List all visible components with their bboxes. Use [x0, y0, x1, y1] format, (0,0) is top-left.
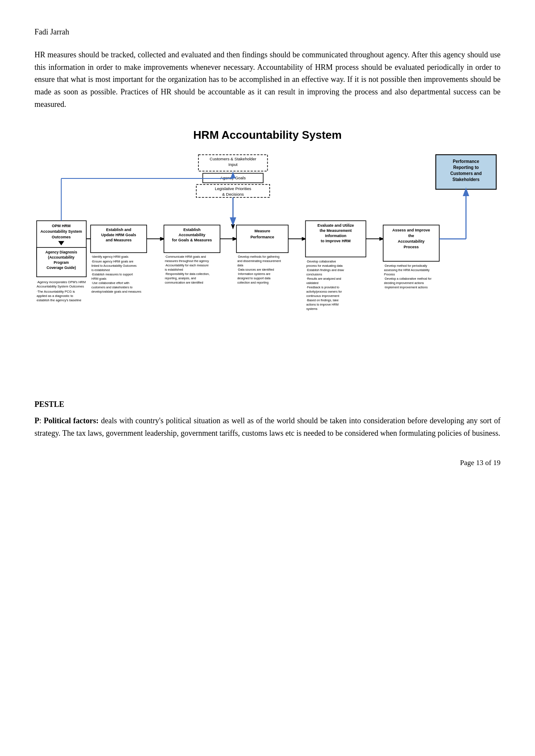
svg-text:Coverage Guide): Coverage Guide) — [47, 266, 76, 270]
svg-text:Establish: Establish — [183, 228, 200, 232]
svg-text:to Improve HRM: to Improve HRM — [321, 239, 350, 244]
svg-text:process for evaluating data: process for evaluating data — [307, 265, 343, 268]
svg-text:Update HRM Goals: Update HRM Goals — [101, 233, 136, 237]
svg-text:Evaluate and Utilize: Evaluate and Utilize — [317, 224, 354, 228]
svg-text:·Establish findings and draw: ·Establish findings and draw — [307, 269, 344, 272]
svg-text:·Identify agency HRM goals: ·Identify agency HRM goals — [91, 256, 128, 259]
svg-text:·Information systems are: ·Information systems are — [237, 273, 270, 276]
svg-text:communication are identified: communication are identified — [165, 281, 203, 284]
svg-text:Process: Process — [384, 273, 395, 276]
svg-text:(Accountability: (Accountability — [48, 256, 75, 260]
svg-text:Agency Diagnosis: Agency Diagnosis — [45, 250, 77, 255]
svg-text:Accountability System: Accountability System — [41, 230, 82, 234]
svg-text:and disseminating measurement: and disseminating measurement — [237, 260, 281, 263]
svg-text:measures throughout the agency: measures throughout the agency — [165, 260, 209, 263]
pestle-title: PESTLE — [34, 398, 501, 411]
svg-text:collection and reporting: collection and reporting — [237, 281, 268, 285]
svg-text:OPM HRM: OPM HRM — [52, 224, 71, 228]
svg-text:·Develop collaborative: ·Develop collaborative — [307, 260, 336, 264]
svg-text:Legislative Priorities: Legislative Priorities — [215, 186, 251, 191]
svg-text:Outcomes: Outcomes — [52, 235, 71, 240]
svg-text:develop/validate goals and mea: develop/validate goals and measures — [91, 291, 141, 294]
svg-text:Customers & Stakeholder: Customers & Stakeholder — [210, 156, 256, 161]
diagram-title: HRM Accountability System — [34, 126, 501, 144]
svg-text:Input: Input — [228, 162, 238, 167]
svg-text:Stakeholders: Stakeholders — [453, 177, 480, 182]
svg-text:is established: is established — [91, 269, 110, 272]
svg-text:HRM goals: HRM goals — [91, 278, 106, 281]
pestle-p-text: deals with country's political situation… — [34, 416, 501, 437]
svg-text:validated: validated — [307, 282, 319, 285]
svg-text:reporting, analysis, and: reporting, analysis, and — [165, 277, 196, 281]
svg-text:deciding improvement actions: deciding improvement actions — [384, 282, 424, 285]
pestle-p-label: P — [34, 416, 39, 425]
svg-text:·Establish measures to support: ·Establish measures to support — [91, 273, 133, 277]
svg-text:customers and stakeholders to: customers and stakeholders to — [91, 286, 132, 289]
page-number: Page 13 of 19 — [34, 457, 501, 469]
author: Fadi Jarrah — [34, 26, 501, 38]
svg-text:·Results are analyzed and: ·Results are analyzed and — [307, 278, 341, 281]
svg-text:·Feedback is provided to: ·Feedback is provided to — [307, 286, 339, 290]
svg-text:Performance: Performance — [453, 159, 479, 164]
svg-text:Accountability: Accountability — [178, 233, 205, 237]
svg-text:applied as a diagnostic to: applied as a diagnostic to — [37, 294, 73, 298]
svg-text:Process: Process — [404, 245, 419, 250]
pestle-p-paragraph: P: Political factors: deals with country… — [34, 415, 501, 440]
svg-text:·Agency incorporates OPM's HRM: ·Agency incorporates OPM's HRM — [37, 281, 86, 284]
svg-text:& Decisions: & Decisions — [222, 192, 244, 197]
svg-text:Information: Information — [325, 234, 347, 238]
svg-text:·Implement improvement actions: ·Implement improvement actions — [384, 286, 428, 290]
svg-text:the Measurement: the Measurement — [320, 229, 352, 233]
svg-text:is established: is established — [165, 269, 183, 272]
svg-text:·Use collaborative effort with: ·Use collaborative effort with — [91, 282, 129, 285]
hrm-diagram: Customers & Stakeholder Input Agency Goa… — [34, 153, 501, 377]
svg-text:Program: Program — [54, 261, 69, 265]
svg-text:Measure: Measure — [254, 229, 270, 234]
main-paragraph: HR measures should be tracked, collected… — [34, 49, 501, 111]
diagram-section: HRM Accountability System Customers & St… — [34, 126, 501, 381]
svg-text:Accountability System Outcomes: Accountability System Outcomes — [37, 285, 84, 289]
svg-text:Assess and Improve: Assess and Improve — [392, 228, 430, 233]
svg-text:and Measures: and Measures — [106, 238, 131, 243]
svg-text:·Ensure agency HRM goals are: ·Ensure agency HRM goals are — [91, 260, 133, 264]
pestle-p-bold: Political factors: — [44, 416, 98, 425]
svg-text:·Develop methods for gathering: ·Develop methods for gathering — [237, 256, 279, 259]
svg-text:Establish and: Establish and — [106, 228, 131, 232]
svg-text:·Communicate HRM goals and: ·Communicate HRM goals and — [165, 256, 206, 259]
pestle-section: PESTLE P: Political factors: deals with … — [34, 398, 501, 440]
svg-text:·Develop a collaborative metho: ·Develop a collaborative method for — [384, 278, 432, 281]
svg-text:assessing the HRM Accountabili: assessing the HRM Accountability — [384, 269, 430, 272]
svg-text:·Develop method for periodical: ·Develop method for periodically — [384, 265, 427, 268]
svg-text:Reporting to: Reporting to — [453, 165, 479, 170]
svg-text:for Goals & Measures: for Goals & Measures — [172, 238, 212, 243]
svg-text:Accountability: Accountability — [398, 240, 425, 244]
svg-text:·Based on findings, take: ·Based on findings, take — [307, 299, 339, 303]
svg-text:conclusions: conclusions — [307, 273, 322, 276]
svg-text:designed to support data: designed to support data — [237, 277, 270, 281]
svg-text:establish the agency's baselin: establish the agency's baseline — [37, 299, 81, 303]
svg-text:·Data sources are identified: ·Data sources are identified — [237, 269, 274, 272]
svg-text:·The Accountability PCG is: ·The Accountability PCG is — [37, 290, 75, 294]
svg-text:systems: systems — [307, 308, 318, 311]
pestle-p-colon: : — [39, 416, 44, 425]
svg-text:linked to Accountability Outco: linked to Accountability Outcomes — [91, 265, 137, 268]
svg-text:activity/process owners for: activity/process owners for — [307, 291, 342, 294]
svg-text:actions to improve HRM: actions to improve HRM — [307, 303, 339, 307]
svg-text:·Responsibility for data colle: ·Responsibility for data collection, — [165, 273, 210, 276]
svg-text:the: the — [408, 234, 414, 238]
svg-text:·Accountability for each measu: ·Accountability for each measure — [165, 264, 209, 268]
svg-text:data: data — [237, 264, 243, 267]
svg-text:Performance: Performance — [250, 235, 274, 240]
svg-text:continuous improvement: continuous improvement — [307, 295, 339, 298]
svg-text:Customers and: Customers and — [451, 171, 482, 176]
